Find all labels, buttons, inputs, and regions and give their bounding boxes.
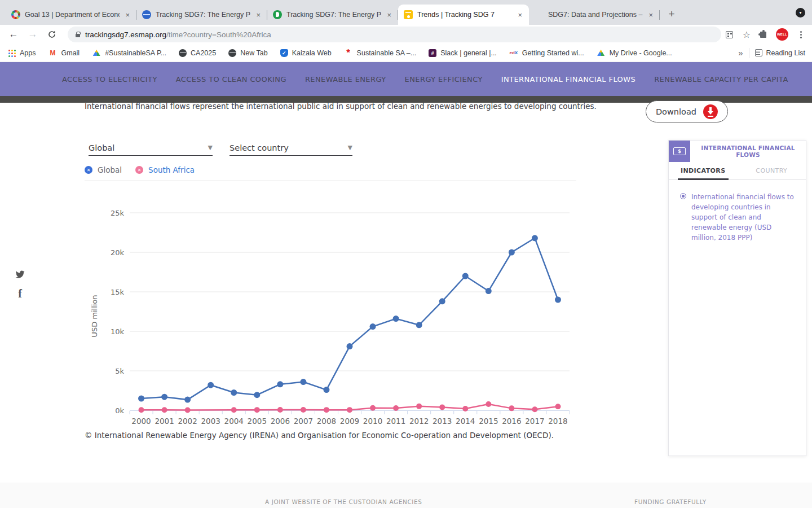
svg-text:10k: 10k <box>111 327 125 336</box>
extensions-icon[interactable] <box>760 32 766 38</box>
bookmark-item[interactable]: MGmail <box>48 49 80 58</box>
install-icon[interactable] <box>726 31 733 38</box>
svg-text:2011: 2011 <box>386 417 405 426</box>
bookmarks-overflow-chevron[interactable]: » <box>732 48 748 58</box>
tab-indicators[interactable]: INDICATORS <box>669 162 738 179</box>
url-host: trackingsdg7.esmap.org <box>85 30 166 39</box>
svg-text:0k: 0k <box>115 406 124 415</box>
nav-item-international-financial-flows[interactable]: INTERNATIONAL FINANCIAL FLOWS <box>501 75 636 84</box>
tab-close-icon[interactable]: × <box>386 11 392 19</box>
reading-list-button[interactable]: Reading List <box>755 49 806 57</box>
filter-chips: ✕Global✕South Africa <box>85 165 195 174</box>
indicator-radio[interactable] <box>680 193 686 199</box>
nav-item-energy-efficiency[interactable]: ENERGY EFFICIENCY <box>405 75 483 84</box>
filter-chip: ✕South Africa <box>135 165 195 174</box>
twitter-icon[interactable] <box>15 270 25 281</box>
reload-icon <box>47 30 56 39</box>
facebook-icon[interactable]: f <box>18 288 22 299</box>
download-button[interactable]: Download <box>646 100 728 122</box>
profile-avatar[interactable]: WELL <box>776 28 788 41</box>
browser-tab[interactable]: Tracking SDG7: The Energy Pro...× <box>136 5 267 25</box>
indicator-panel: INTERNATIONAL FINANCIAL FLOWS INDICATORS… <box>668 140 806 456</box>
bookmark-label: Getting Started wi... <box>522 49 584 57</box>
bookmark-star-icon[interactable]: ☆ <box>743 29 751 40</box>
nav-item-access-to-clean-cooking[interactable]: ACCESS TO CLEAN COOKING <box>176 75 286 84</box>
sdg7-yellow-favicon <box>404 10 413 19</box>
iea-favicon <box>535 10 544 19</box>
browser-tab[interactable]: Trends | Tracking SDG 7× <box>398 5 529 25</box>
tab-close-icon[interactable]: × <box>255 11 262 19</box>
nav-item-renewable-capacity-per-capita[interactable]: RENEWABLE CAPACITY PER CAPITA <box>654 75 788 84</box>
svg-text:USD million: USD million <box>90 295 99 337</box>
sdg-wheel-favicon <box>11 10 20 19</box>
slack-icon: # <box>429 49 436 57</box>
menu-dots-icon[interactable] <box>800 34 802 36</box>
trend-chart[interactable]: 0k5k10k15k20k25k200020012002200320042005… <box>85 174 581 429</box>
svg-text:2016: 2016 <box>502 417 521 426</box>
chart-area[interactable]: 0k5k10k15k20k25k200020012002200320042005… <box>85 174 581 429</box>
nav-item-access-to-electricity[interactable]: ACCESS TO ELECTRICITY <box>62 75 157 84</box>
indicator-label: International financial flows to develop… <box>691 192 798 243</box>
chip-label: Global <box>98 165 122 174</box>
svg-text:2005: 2005 <box>248 417 267 426</box>
svg-text:2007: 2007 <box>294 417 313 426</box>
bookmark-item[interactable]: Apps <box>7 49 36 58</box>
bookmark-item[interactable]: #Slack | general |... <box>429 49 497 57</box>
tab-close-icon[interactable]: × <box>517 11 523 19</box>
main-content: International financial flows represent … <box>0 103 812 483</box>
svg-text:2002: 2002 <box>178 417 197 426</box>
download-label: Download <box>656 107 696 116</box>
tab-search-icon[interactable]: ▾ <box>796 8 805 17</box>
svg-text:2018: 2018 <box>548 417 567 426</box>
browser-tab[interactable]: Goal 13 | Department of Econo...× <box>6 5 136 25</box>
browser-tab[interactable]: SDG7: Data and Projections – A...× <box>529 5 660 25</box>
tab-close-icon[interactable]: × <box>647 11 654 19</box>
bookmark-label: #SustainableSA P... <box>105 49 166 57</box>
country-dropdown[interactable]: Select country ▼ <box>230 140 352 156</box>
svg-text:2008: 2008 <box>317 417 336 426</box>
page-footer: A JOINT WEBSITE OF THE CUSTODIAN AGENCIE… <box>0 483 812 508</box>
toolbar-icons: ☆ WELL <box>726 28 806 41</box>
address-bar[interactable]: trackingsdg7.esmap.org/time?country=Sout… <box>68 27 721 42</box>
tabs-container: Goal 13 | Department of Econo...×Trackin… <box>0 0 660 25</box>
download-icon <box>703 104 718 119</box>
tab-close-icon[interactable]: × <box>124 11 131 19</box>
drive-icon <box>92 49 101 58</box>
tab-country[interactable]: COUNTRY <box>738 162 806 179</box>
gmail-icon: M <box>48 49 58 58</box>
new-tab-button[interactable]: + <box>663 6 680 23</box>
social-share: f <box>15 270 25 299</box>
bookmarks-container: AppsMGmail#SustainableSA P...CA2025New T… <box>7 49 685 58</box>
svg-text:2004: 2004 <box>224 417 244 426</box>
tab-title: Goal 13 | Department of Econo... <box>25 11 120 19</box>
svg-text:25k: 25k <box>111 209 125 217</box>
region-dropdown[interactable]: Global ▼ <box>89 140 213 156</box>
bookmark-item[interactable]: My Drive - Google... <box>597 49 672 58</box>
svg-text:2010: 2010 <box>363 417 382 426</box>
chip-remove-icon[interactable]: ✕ <box>85 166 92 174</box>
panel-header: INTERNATIONAL FINANCIAL FLOWS <box>669 141 806 162</box>
tab-title: SDG7: Data and Projections – A... <box>548 11 643 19</box>
svg-text:2013: 2013 <box>433 417 452 426</box>
bookmark-item[interactable]: Getting Started wi... <box>509 49 584 58</box>
bookmark-item[interactable]: #SustainableSA P... <box>92 49 166 58</box>
bookmark-item[interactable]: ✓Kaizala Web <box>280 49 332 57</box>
browser-tab[interactable]: Tracking SDG7: The Energy Pro...× <box>267 5 398 25</box>
reload-button[interactable] <box>44 27 60 42</box>
panel-tabs: INDICATORS COUNTRY <box>669 162 806 179</box>
nav-item-renewable-energy[interactable]: RENEWABLE ENERGY <box>305 75 386 84</box>
chip-remove-icon[interactable]: ✕ <box>135 166 143 174</box>
site-nav: ACCESS TO ELECTRICITYACCESS TO CLEAN COO… <box>0 62 812 96</box>
padlock-icon[interactable] <box>76 34 80 37</box>
forward-button[interactable]: → <box>25 27 41 42</box>
bookmark-label: Gmail <box>61 49 80 57</box>
globe-icon <box>228 49 236 57</box>
bookmark-item[interactable]: *Sustainable SA –... <box>344 49 417 58</box>
bookmark-item[interactable]: CA2025 <box>179 49 216 57</box>
svg-text:2001: 2001 <box>155 417 174 426</box>
back-button[interactable]: ← <box>6 27 21 42</box>
apps-icon <box>7 49 16 58</box>
bookmark-item[interactable]: New Tab <box>228 49 267 57</box>
globe-icon <box>179 49 187 57</box>
bookmarks-divider <box>749 48 749 58</box>
